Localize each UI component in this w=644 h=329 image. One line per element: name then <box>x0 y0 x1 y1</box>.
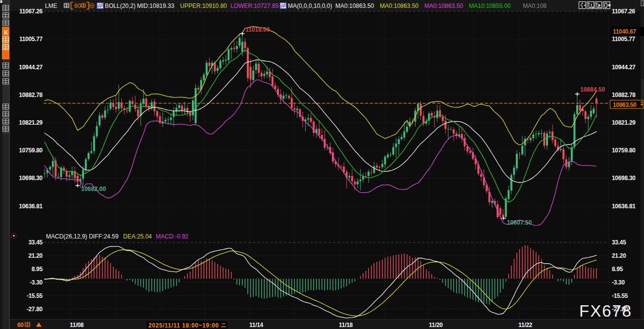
svg-text:DEA:25.04: DEA:25.04 <box>123 233 152 240</box>
svg-text:MID:10819.33: MID:10819.33 <box>137 2 175 9</box>
svg-text:10944.27: 10944.27 <box>612 64 636 71</box>
svg-text:10698.30: 10698.30 <box>612 175 636 182</box>
svg-text:11067.26: 11067.26 <box>612 8 636 15</box>
svg-text:FX678: FX678 <box>579 302 632 320</box>
svg-text:10944.27: 10944.27 <box>19 64 43 71</box>
svg-text:-27.80: -27.80 <box>27 306 43 313</box>
svg-text:21.20: 21.20 <box>28 252 43 259</box>
svg-text:60: 60 <box>17 322 24 329</box>
svg-text:10884.50: 10884.50 <box>580 86 605 93</box>
svg-text:11/22: 11/22 <box>518 322 532 329</box>
svg-text:MA0:10863.50: MA0:10863.50 <box>380 2 418 9</box>
svg-text:MACD(26,12,9) DIFF:24.59: MACD(26,12,9) DIFF:24.59 <box>46 233 119 240</box>
svg-text:10759.80: 10759.80 <box>612 147 636 154</box>
svg-text:10607.50: 10607.50 <box>507 219 532 226</box>
svg-text:-3.30: -3.30 <box>30 279 43 286</box>
svg-text:10636.81: 10636.81 <box>19 203 43 210</box>
svg-text:MA0:10863.50: MA0:10863.50 <box>335 2 374 9</box>
svg-text:11/18: 11/18 <box>339 322 353 329</box>
svg-text:LME: LME <box>45 2 57 9</box>
svg-text:10821.29: 10821.29 <box>19 119 43 126</box>
svg-text:MA(0,0,0,10,0,0): MA(0,0,0,10,0,0) <box>288 2 332 9</box>
svg-text:11005.77: 11005.77 <box>612 36 636 43</box>
svg-text:10882.78: 10882.78 <box>19 92 43 98</box>
svg-text:BOLL(20,2): BOLL(20,2) <box>105 2 136 9</box>
svg-text:MA0:108: MA0:108 <box>523 2 547 9</box>
svg-text:10759.80: 10759.80 <box>19 147 43 154</box>
svg-text:MA10:10855.00: MA10:10855.00 <box>469 2 511 9</box>
svg-text:8.95: 8.95 <box>32 266 43 273</box>
svg-text:11/20: 11/20 <box>429 322 443 329</box>
svg-text:11/08: 11/08 <box>70 322 84 329</box>
svg-text:2025/11/11 18:00~19:00: 2025/11/11 18:00~19:00 <box>148 322 219 329</box>
svg-text:10821.29: 10821.29 <box>612 119 636 126</box>
svg-text:LOWER:10727.85: LOWER:10727.85 <box>230 2 279 9</box>
svg-text:33.45: 33.45 <box>612 239 626 246</box>
svg-text:11/14: 11/14 <box>249 322 263 329</box>
svg-text:-3.30: -3.30 <box>612 279 625 286</box>
svg-text:21.20: 21.20 <box>612 252 626 259</box>
svg-text:10863.50: 10863.50 <box>613 101 637 108</box>
svg-text:UPPER:10910.80: UPPER:10910.80 <box>180 2 227 9</box>
svg-text:10882.78: 10882.78 <box>612 92 636 98</box>
svg-text:11005.77: 11005.77 <box>19 36 43 43</box>
svg-text:33.45: 33.45 <box>28 239 43 246</box>
svg-text:11018.00: 11018.00 <box>245 26 270 33</box>
svg-text:-15.55: -15.55 <box>612 292 628 299</box>
svg-text:-15.55: -15.55 <box>27 292 43 299</box>
svg-text:K: K <box>4 29 8 36</box>
svg-text:60: 60 <box>74 2 81 9</box>
svg-text:8.95: 8.95 <box>612 266 623 273</box>
svg-text:11040.67: 11040.67 <box>613 28 637 35</box>
svg-text:10698.30: 10698.30 <box>19 175 43 182</box>
svg-text:MACD:-0.92: MACD:-0.92 <box>156 233 188 240</box>
svg-text:10682.00: 10682.00 <box>81 186 106 192</box>
svg-text:11067.26: 11067.26 <box>19 8 43 15</box>
svg-text:10636.81: 10636.81 <box>612 203 636 210</box>
svg-text:MA0:10863.50: MA0:10863.50 <box>424 2 463 9</box>
